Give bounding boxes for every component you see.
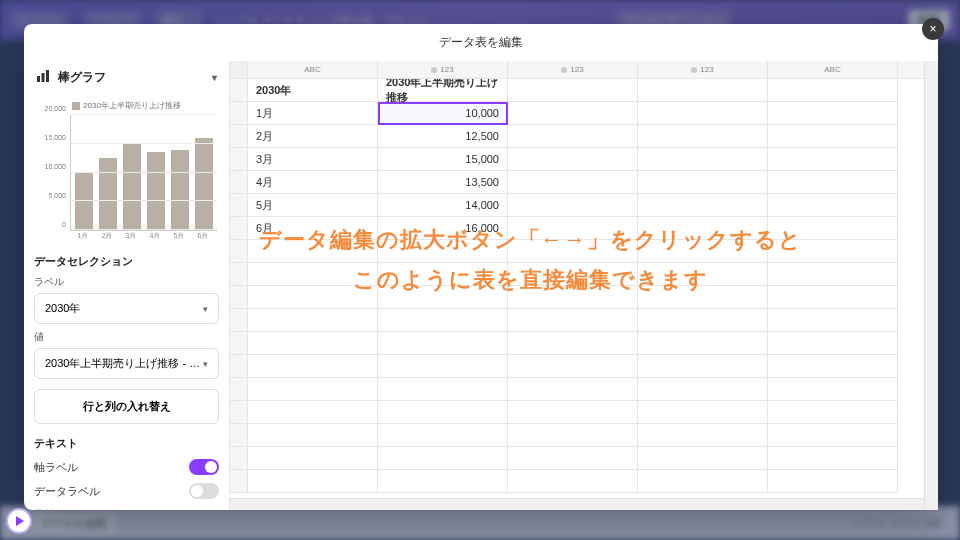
cell[interactable] xyxy=(768,263,898,286)
cell[interactable] xyxy=(768,102,898,125)
cell[interactable] xyxy=(638,148,768,171)
cell[interactable] xyxy=(638,240,768,263)
row-header[interactable] xyxy=(230,240,248,263)
cell[interactable] xyxy=(768,194,898,217)
axis-label-toggle[interactable] xyxy=(189,459,219,475)
cell[interactable] xyxy=(768,470,898,493)
row-header[interactable] xyxy=(230,79,248,102)
cell[interactable] xyxy=(248,240,378,263)
cell[interactable]: 15,000 xyxy=(378,148,508,171)
close-button[interactable]: × xyxy=(922,18,944,40)
cell[interactable] xyxy=(638,401,768,424)
column-header[interactable]: 123 xyxy=(378,61,508,78)
column-header[interactable]: 123 xyxy=(508,61,638,78)
cell[interactable]: 4月 xyxy=(248,171,378,194)
cell[interactable]: 16,000 xyxy=(378,217,508,240)
cell[interactable] xyxy=(508,171,638,194)
value-select[interactable]: 2030年上半期売り上げ推移 - … ▾ xyxy=(34,348,219,379)
cell[interactable]: 2月 xyxy=(248,125,378,148)
cell[interactable] xyxy=(768,125,898,148)
cell[interactable] xyxy=(248,424,378,447)
data-label-toggle[interactable] xyxy=(189,483,219,499)
cell[interactable] xyxy=(768,424,898,447)
cell[interactable] xyxy=(638,332,768,355)
row-header[interactable] xyxy=(230,217,248,240)
row-header[interactable] xyxy=(230,125,248,148)
cell[interactable]: 6月 xyxy=(248,217,378,240)
cell[interactable] xyxy=(508,309,638,332)
cell[interactable] xyxy=(638,424,768,447)
cell[interactable] xyxy=(768,240,898,263)
cell[interactable] xyxy=(378,263,508,286)
chart-type-select[interactable]: 棒グラフ ▾ xyxy=(34,65,219,94)
row-header[interactable] xyxy=(230,148,248,171)
cell[interactable] xyxy=(768,378,898,401)
cell[interactable] xyxy=(378,332,508,355)
cell[interactable] xyxy=(638,470,768,493)
horizontal-scrollbar[interactable] xyxy=(230,498,924,510)
cell[interactable] xyxy=(508,79,638,102)
cell[interactable] xyxy=(638,125,768,148)
cell[interactable] xyxy=(768,332,898,355)
cell[interactable] xyxy=(508,263,638,286)
cell[interactable] xyxy=(508,401,638,424)
cell[interactable] xyxy=(638,217,768,240)
row-header[interactable] xyxy=(230,309,248,332)
cell[interactable] xyxy=(248,355,378,378)
label-select[interactable]: 2030年 ▾ xyxy=(34,293,219,324)
cell[interactable] xyxy=(248,263,378,286)
play-button[interactable] xyxy=(6,508,32,534)
cell[interactable] xyxy=(378,378,508,401)
cell[interactable] xyxy=(248,447,378,470)
cell[interactable] xyxy=(508,240,638,263)
cell[interactable] xyxy=(638,171,768,194)
cell[interactable] xyxy=(638,286,768,309)
cell[interactable] xyxy=(638,102,768,125)
row-header[interactable] xyxy=(230,194,248,217)
cell[interactable] xyxy=(768,401,898,424)
cell[interactable] xyxy=(768,355,898,378)
cell[interactable] xyxy=(768,217,898,240)
row-header[interactable] xyxy=(230,263,248,286)
cell[interactable] xyxy=(768,79,898,102)
cell[interactable] xyxy=(248,378,378,401)
cell[interactable] xyxy=(508,332,638,355)
cell[interactable]: 14,000 xyxy=(378,194,508,217)
cell[interactable] xyxy=(248,286,378,309)
row-header[interactable] xyxy=(230,378,248,401)
cell[interactable] xyxy=(378,286,508,309)
row-header[interactable] xyxy=(230,424,248,447)
row-header[interactable] xyxy=(230,286,248,309)
cell[interactable] xyxy=(508,148,638,171)
cell[interactable] xyxy=(638,378,768,401)
cell[interactable] xyxy=(508,286,638,309)
row-header[interactable] xyxy=(230,401,248,424)
cell[interactable] xyxy=(768,171,898,194)
row-header[interactable] xyxy=(230,171,248,194)
row-header[interactable] xyxy=(230,102,248,125)
cell[interactable] xyxy=(508,378,638,401)
cell[interactable] xyxy=(378,470,508,493)
cell[interactable] xyxy=(378,424,508,447)
cell[interactable] xyxy=(508,424,638,447)
cell[interactable] xyxy=(638,79,768,102)
cell[interactable] xyxy=(508,194,638,217)
column-header[interactable]: 123 xyxy=(638,61,768,78)
cell[interactable] xyxy=(768,286,898,309)
column-header[interactable]: ABC xyxy=(768,61,898,78)
grid[interactable]: ABC123123123ABC2030年2030年上半期売り上げ推移1月10,0… xyxy=(230,61,938,510)
cell[interactable] xyxy=(638,309,768,332)
cell[interactable]: 2030年上半期売り上げ推移 xyxy=(378,79,508,102)
cell[interactable] xyxy=(378,355,508,378)
cell[interactable]: 12,500 xyxy=(378,125,508,148)
row-header[interactable] xyxy=(230,332,248,355)
swap-rows-cols-button[interactable]: 行と列の入れ替え xyxy=(34,389,219,424)
cell[interactable] xyxy=(768,309,898,332)
cell[interactable] xyxy=(248,309,378,332)
cell[interactable] xyxy=(768,447,898,470)
cell[interactable] xyxy=(508,355,638,378)
cell[interactable] xyxy=(638,194,768,217)
cell[interactable] xyxy=(508,470,638,493)
cell[interactable]: 3月 xyxy=(248,148,378,171)
cell[interactable] xyxy=(768,148,898,171)
